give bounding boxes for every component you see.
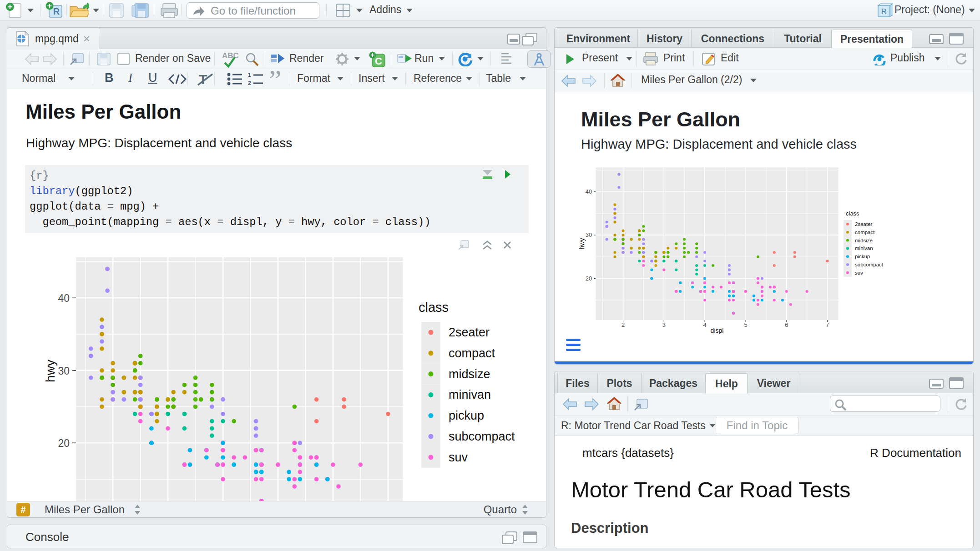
svg-text:20: 20 bbox=[58, 437, 70, 449]
svg-text:subcompact: subcompact bbox=[449, 430, 515, 443]
svg-text:1: 1 bbox=[248, 73, 251, 78]
svg-text:hwy: hwy bbox=[578, 238, 586, 250]
svg-text:5: 5 bbox=[744, 321, 747, 328]
svg-text:midsize: midsize bbox=[855, 238, 873, 243]
svg-text:20: 20 bbox=[586, 275, 592, 282]
svg-text:displ: displ bbox=[711, 327, 724, 334]
svg-text:compact: compact bbox=[855, 230, 875, 235]
svg-text:minivan: minivan bbox=[855, 245, 873, 251]
svg-text:2: 2 bbox=[248, 80, 251, 85]
svg-text:2seater: 2seater bbox=[855, 221, 873, 227]
svg-text:2seater: 2seater bbox=[449, 326, 490, 339]
svg-text:subcompact: subcompact bbox=[855, 262, 884, 267]
svg-text:40: 40 bbox=[58, 292, 70, 304]
svg-text:class: class bbox=[846, 210, 859, 217]
svg-text:7: 7 bbox=[826, 321, 829, 328]
svg-text:suv: suv bbox=[449, 451, 468, 464]
svg-text:6: 6 bbox=[785, 321, 788, 328]
svg-text:midsize: midsize bbox=[449, 367, 490, 381]
svg-text:3: 3 bbox=[662, 321, 666, 328]
svg-text:ABC: ABC bbox=[222, 51, 239, 60]
svg-text:minivan: minivan bbox=[449, 388, 491, 401]
svg-text:30: 30 bbox=[586, 231, 592, 238]
svg-text:suv: suv bbox=[855, 270, 863, 276]
svg-text:class: class bbox=[419, 300, 449, 315]
svg-text:30: 30 bbox=[58, 365, 70, 377]
svg-text:2: 2 bbox=[621, 321, 625, 328]
svg-text:#: # bbox=[20, 505, 25, 515]
svg-text:hwy: hwy bbox=[43, 360, 57, 382]
svg-text:compact: compact bbox=[449, 346, 495, 360]
svg-text:pickup: pickup bbox=[449, 409, 484, 422]
svg-text:C: C bbox=[375, 55, 382, 67]
svg-text:pickup: pickup bbox=[855, 254, 870, 259]
svg-text:40: 40 bbox=[586, 188, 592, 195]
svg-text:R: R bbox=[881, 7, 887, 16]
svg-text:R: R bbox=[53, 6, 60, 16]
svg-text:4: 4 bbox=[703, 321, 706, 328]
